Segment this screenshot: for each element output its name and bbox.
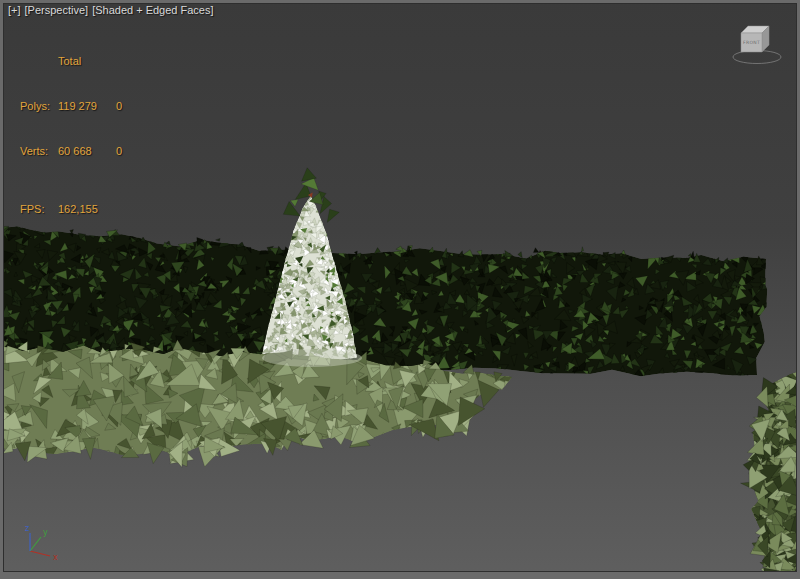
viewport-label: [+] [Perspective] [Shaded + Edged Faces] xyxy=(8,4,214,16)
stats-verts-value: 60 668 xyxy=(58,144,116,159)
stats-fps-row: FPS: 162,155 xyxy=(20,202,122,217)
viewport-menu-shading[interactable]: [Shaded + Edged Faces] xyxy=(92,4,213,16)
stats-polys-value: 119 279 xyxy=(58,99,116,114)
stats-fps-value: 162,155 xyxy=(58,202,116,217)
stats-verts-delta: 0 xyxy=(116,144,122,159)
viewcube-face-label: FRONT xyxy=(743,40,760,45)
y-axis-label: y xyxy=(43,528,48,537)
x-axis-label: x xyxy=(53,553,58,562)
shrub-base-glow xyxy=(262,349,362,367)
viewport-menu-general[interactable]: [+] xyxy=(8,4,21,16)
stats-fps-label: FPS: xyxy=(20,202,58,217)
max-viewport-window: x y z FRONT [+] [Perspective] [Shaded + … xyxy=(0,0,800,579)
stats-total-header: Total xyxy=(58,54,116,69)
stats-polys-delta: 0 xyxy=(116,99,122,114)
z-axis-label: z xyxy=(25,524,29,533)
stats-verts-label: Verts: xyxy=(20,144,58,159)
statistics-overlay: Total Polys: 119 279 0 Verts: 60 668 0 F… xyxy=(20,24,122,247)
stats-polys-label: Polys: xyxy=(20,99,58,114)
stats-header-row: Total xyxy=(20,54,122,69)
viewport-menu-pov[interactable]: [Perspective] xyxy=(25,4,89,16)
stats-polys-row: Polys: 119 279 0 xyxy=(20,99,122,114)
stats-verts-row: Verts: 60 668 0 xyxy=(20,144,122,159)
